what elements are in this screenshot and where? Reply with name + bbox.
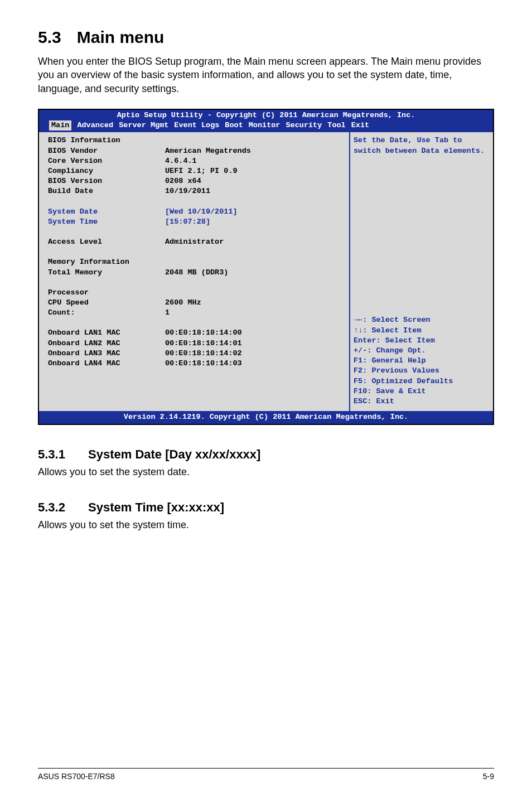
- bios-help-pane: Set the Date, Use Tab to switch between …: [349, 132, 493, 411]
- subsection-2-number: 5.3.2: [38, 500, 88, 515]
- value-lan1: 00:E0:18:10:14:00: [165, 328, 344, 338]
- label-bios-vendor: BIOS Vendor: [48, 146, 165, 156]
- value-cpu-speed: 2600 MHz: [165, 298, 344, 308]
- help-line: Enter: Select Item: [354, 336, 490, 346]
- tab-security[interactable]: Security: [286, 120, 322, 131]
- value-core-version: 4.6.4.1: [165, 156, 344, 166]
- value-count: 1: [165, 308, 344, 318]
- tab-exit[interactable]: Exit: [351, 120, 369, 131]
- bios-help-bottom: →←: Select Screen ↑↓: Select Item Enter:…: [354, 315, 490, 407]
- value-lan3: 00:E0:18:10:14:02: [165, 349, 344, 359]
- tab-tool[interactable]: Tool: [327, 120, 345, 131]
- value-system-time[interactable]: [15:07:28]: [165, 217, 344, 227]
- bios-header: Aptio Setup Utility - Copyright (C) 2011…: [39, 110, 493, 132]
- help-top-line: Set the Date, Use Tab to: [354, 136, 490, 146]
- tab-advanced[interactable]: Advanced: [77, 120, 113, 131]
- value-lan4: 00:E0:18:10:14:03: [165, 359, 344, 369]
- label-lan1: Onboard LAN1 MAC: [48, 328, 165, 338]
- label-lan3: Onboard LAN3 MAC: [48, 349, 165, 359]
- footer-left: ASUS RS700-E7/RS8: [38, 772, 115, 781]
- value-bios-version: 0208 x64: [165, 176, 344, 186]
- mem-info-title: Memory Information: [48, 257, 165, 267]
- help-line: →←: Select Screen: [354, 315, 490, 325]
- subsection-1-text: Allows you to set the system date.: [38, 466, 494, 478]
- tab-main[interactable]: Main: [49, 120, 71, 131]
- value-access-level: Administrator: [165, 237, 344, 247]
- bios-info-title: BIOS Information: [48, 136, 165, 146]
- section-heading: 5.3Main menu: [38, 28, 494, 47]
- help-line: ↑↓: Select Item: [354, 326, 490, 336]
- label-system-time[interactable]: System Time: [48, 217, 165, 227]
- label-count: Count:: [48, 308, 165, 318]
- subsection-1-heading: 5.3.1System Date [Day xx/xx/xxxx]: [38, 447, 494, 462]
- label-lan2: Onboard LAN2 MAC: [48, 339, 165, 349]
- help-line: +/-: Change Opt.: [354, 346, 490, 356]
- value-system-date[interactable]: [Wed 10/19/2011]: [165, 207, 344, 217]
- footer-right: 5-9: [483, 772, 494, 781]
- bios-screenshot: Aptio Setup Utility - Copyright (C) 2011…: [38, 109, 494, 425]
- subsection-1-title: System Date [Day xx/xx/xxxx]: [88, 447, 260, 461]
- value-lan2: 00:E0:18:10:14:01: [165, 339, 344, 349]
- bios-header-title: Aptio Setup Utility - Copyright (C) 2011…: [42, 110, 490, 120]
- help-line: ESC: Exit: [354, 397, 490, 407]
- page-footer: ASUS RS700-E7/RS8 5-9: [38, 768, 494, 781]
- tab-boot[interactable]: Boot: [225, 120, 243, 131]
- help-line: F1: General Help: [354, 356, 490, 366]
- label-bios-version: BIOS Version: [48, 176, 165, 186]
- label-system-date[interactable]: System Date: [48, 207, 165, 217]
- value-compliancy: UEFI 2.1; PI 0.9: [165, 166, 344, 176]
- section-title-text: Main menu: [77, 28, 165, 46]
- help-line: F2: Previous Values: [354, 366, 490, 376]
- help-top-line: switch between Data elements.: [354, 146, 490, 156]
- value-total-memory: 2048 MB (DDR3): [165, 268, 344, 278]
- section-number: 5.3: [38, 28, 61, 46]
- intro-paragraph: When you enter the BIOS Setup program, t…: [38, 55, 494, 95]
- subsection-2-text: Allows you to set the system time.: [38, 519, 494, 531]
- bios-body: BIOS Information BIOS VendorAmerican Meg…: [39, 132, 493, 411]
- help-line: F5: Optimized Defaults: [354, 376, 490, 386]
- tab-monitor[interactable]: Monitor: [249, 120, 280, 131]
- help-line: F10: Save & Exit: [354, 386, 490, 397]
- value-bios-vendor: American Megatrends: [165, 146, 344, 156]
- label-compliancy: Compliancy: [48, 166, 165, 176]
- label-total-memory: Total Memory: [48, 268, 165, 278]
- tab-event-logs[interactable]: Event Logs: [174, 120, 219, 131]
- bios-footer: Version 2.14.1219. Copyright (C) 2011 Am…: [39, 411, 493, 423]
- subsection-2-title: System Time [xx:xx:xx]: [88, 500, 224, 514]
- value-build-date: 10/19/2011: [165, 186, 344, 196]
- label-access-level: Access Level: [48, 237, 165, 247]
- processor-title: Processor: [48, 288, 165, 298]
- label-lan4: Onboard LAN4 MAC: [48, 359, 165, 369]
- bios-tab-row: Main Advanced Server Mgmt Event Logs Boo…: [42, 120, 490, 131]
- bios-help-top: Set the Date, Use Tab to switch between …: [354, 136, 490, 156]
- label-cpu-speed: CPU Speed: [48, 298, 165, 308]
- bios-left-pane: BIOS Information BIOS VendorAmerican Meg…: [39, 132, 349, 411]
- subsection-1-number: 5.3.1: [38, 447, 88, 462]
- subsection-2-heading: 5.3.2System Time [xx:xx:xx]: [38, 500, 494, 515]
- label-build-date: Build Date: [48, 186, 165, 196]
- tab-server-mgmt[interactable]: Server Mgmt: [119, 120, 168, 131]
- label-core-version: Core Version: [48, 156, 165, 166]
